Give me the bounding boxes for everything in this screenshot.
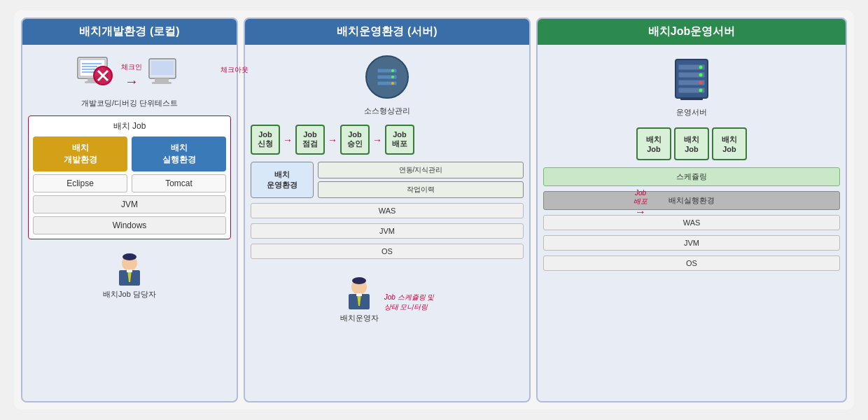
ops-server-icon-area (670, 56, 713, 104)
job-was-box: WAS (543, 215, 840, 230)
job-deploy-label: Job배포 (634, 189, 648, 206)
local-person-area: 배치Job 담당자 (103, 251, 156, 300)
dev-icon-area (75, 56, 115, 95)
batch-jobs-row: 배치Job 배치Job 배치Job (543, 127, 840, 160)
svg-point-19 (122, 253, 136, 260)
panel-server: 배치운영환경 (서버) 소스형상관리 (244, 18, 531, 402)
ops-server-caption: 운영서버 (676, 107, 707, 118)
panel-job-server: 배치Job운영서버 운영서 (536, 18, 847, 402)
job-jvm-box: JVM (543, 235, 840, 251)
svg-point-25 (391, 69, 394, 72)
svg-rect-14 (155, 78, 169, 82)
source-mgmt-caption: 소스형상관리 (364, 106, 410, 116)
source-mgmt-icon-area (365, 55, 410, 103)
svg-point-27 (391, 82, 394, 85)
batch-job-2: 배치Job (674, 127, 709, 160)
job-server-header: 배치Job운영서버 (538, 19, 846, 45)
scheduling-box: 스케쥴링 (543, 167, 840, 186)
server-person-area: 배치운영자 (340, 274, 379, 323)
checkout-label: 체크아웃 (220, 65, 248, 75)
svg-rect-13 (151, 61, 174, 75)
job-approve-box: Job승인 (340, 125, 370, 155)
main-container: 배치개발환경 (로컬) (14, 10, 854, 410)
ops-right: 연동/지식관리 작업이력 (318, 162, 524, 198)
local-icons-row: 체크인 → (75, 56, 184, 95)
local-person-icon (112, 251, 147, 289)
server-header: 배치운영환경 (서버) (245, 19, 529, 45)
ops-section: 배치운영환경 연동/지식관리 작업이력 (251, 162, 524, 198)
dev-env-box: 배치 개발환경 (33, 136, 127, 172)
svg-point-38 (699, 66, 703, 69)
job-arrow-3: → (372, 134, 382, 146)
windows-box: Windows (33, 216, 226, 234)
server-person-caption: 배치운영자 (340, 313, 379, 323)
job-deploy-box: Job배포 (385, 125, 414, 155)
job-deploy-arrow-icon: → (635, 206, 646, 218)
svg-rect-32 (356, 293, 362, 296)
link-knowledge-box: 연동/지식관리 (318, 162, 524, 178)
checkout-arrow-area: 체크아웃 (220, 65, 248, 76)
tool-row: Eclipse Tomcat (33, 174, 226, 192)
server-jvm-box: JVM (251, 223, 524, 239)
local-content: 체크인 → 개발코딩/디버깅 단위테스트 배치 Job (22, 45, 237, 305)
batch-job-3: 배치Job (712, 127, 747, 160)
job-check-box: Job점검 (295, 125, 325, 155)
svg-point-31 (352, 277, 366, 284)
server-small-icon (148, 57, 184, 94)
local-header: 배치개발환경 (로컬) (22, 19, 237, 45)
job-apply-box: Job신청 (251, 125, 280, 155)
server-person-icon (342, 274, 377, 313)
server-os-box: OS (251, 244, 524, 259)
svg-rect-15 (152, 82, 172, 84)
svg-point-40 (699, 81, 703, 85)
svg-rect-20 (127, 270, 132, 272)
job-arrow-2: → (328, 134, 337, 146)
eclipse-box: Eclipse (33, 174, 127, 192)
ops-env-box: 배치운영환경 (251, 162, 314, 198)
batch-job-inner-box: 배치 Job 배치 개발환경 배치 실행환경 Eclipse Tomcat JV… (28, 115, 231, 239)
job-arrow-1: → (283, 134, 293, 146)
job-os-box: OS (543, 255, 840, 271)
run-env-box: 배치 실행환경 (132, 136, 226, 172)
batch-job-1: 배치Job (636, 127, 671, 160)
work-history-box: 작업이력 (318, 181, 524, 198)
dev-caption: 개발코딩/디버깅 단위테스트 (81, 98, 178, 108)
tomcat-box: Tomcat (132, 174, 226, 192)
right-arrow-icon: → (125, 74, 139, 90)
job-deploy-arrow-area: Job배포 → (634, 189, 648, 218)
exec-env-box: 배치실행환경 (543, 191, 840, 210)
job-server-content: 운영서버 배치Job 배치Job 배치Job 스케쥴링 배치실행환경 WAS J… (538, 45, 846, 276)
job-schedule-label: Job 스케쥴링 및상태 모니터링 (384, 293, 435, 323)
server-person-row: 배치운영자 Job 스케쥴링 및상태 모니터링 (340, 269, 435, 323)
batch-job-title: 배치 Job (33, 120, 226, 132)
server-content: 소스형상관리 Job신청 → Job점검 → Job승인 → Job배포 배치운… (245, 45, 529, 329)
svg-rect-42 (680, 98, 703, 100)
panel-local: 배치개발환경 (로컬) (21, 18, 238, 402)
dev-computer-icon (75, 56, 115, 92)
checkin-label: 체크인 (121, 62, 142, 72)
job-flow-row: Job신청 → Job점검 → Job승인 → Job배포 (251, 125, 524, 155)
svg-point-41 (699, 89, 703, 92)
jvm-box: JVM (33, 195, 226, 214)
svg-point-39 (699, 74, 703, 77)
server-was-box: WAS (251, 203, 524, 218)
ops-server-icon (670, 56, 713, 102)
checkin-arrow-area: 체크인 → (121, 62, 142, 90)
env-row: 배치 개발환경 배치 실행환경 (33, 136, 226, 172)
svg-point-26 (391, 76, 394, 78)
local-person-caption: 배치Job 담당자 (103, 289, 156, 300)
source-mgmt-server-icon (365, 55, 410, 100)
